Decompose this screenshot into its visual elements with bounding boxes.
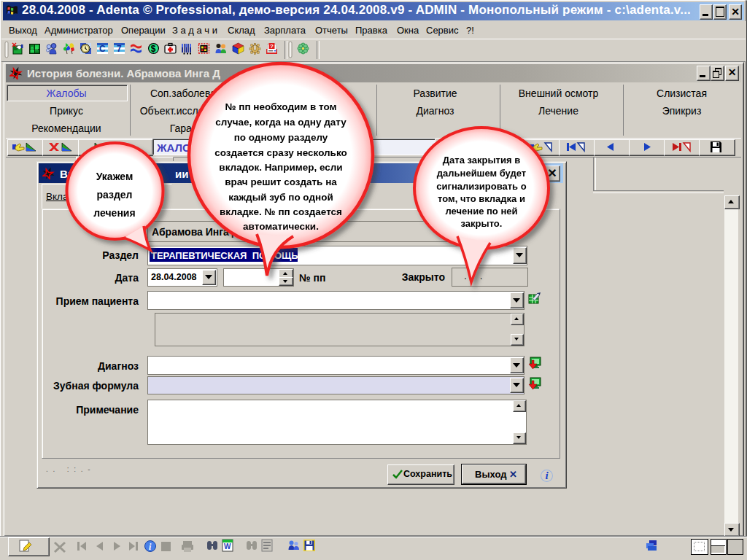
svg-text:по одному разделу: по одному разделу bbox=[234, 132, 328, 143]
svg-text:создается сразу несколько: создается сразу несколько bbox=[214, 147, 347, 158]
svg-text:автоматически.: автоматически. bbox=[243, 221, 319, 232]
svg-text:закрыто.: закрыто. bbox=[461, 218, 503, 229]
svg-text:Укажем: Укажем bbox=[96, 171, 133, 182]
svg-text:том, что вкладка и: том, что вкладка и bbox=[438, 193, 525, 204]
svg-text:лечения: лечения bbox=[93, 207, 135, 219]
svg-text:раздел: раздел bbox=[96, 189, 132, 201]
svg-text:сигнализировать о: сигнализировать о bbox=[436, 181, 526, 192]
svg-text:W: W bbox=[224, 542, 231, 551]
svg-text:дальнейшем будет: дальнейшем будет bbox=[437, 168, 526, 179]
svg-text:врач решит создать на: врач решит создать на bbox=[225, 176, 337, 187]
svg-text:случае, когда на одну дату: случае, когда на одну дату bbox=[215, 117, 347, 128]
svg-text:Дата закрытия в: Дата закрытия в bbox=[443, 155, 520, 166]
svg-text:№ пп необходим в том: № пп необходим в том bbox=[225, 101, 336, 112]
svg-text:лечение по ней: лечение по ней bbox=[446, 206, 518, 217]
svg-text:каждый зуб по одной: каждый зуб по одной bbox=[228, 192, 333, 203]
svg-text:вкладке. № пп создается: вкладке. № пп создается bbox=[220, 206, 342, 217]
svg-text:вкладок. Например, если: вкладок. Например, если bbox=[219, 162, 342, 173]
